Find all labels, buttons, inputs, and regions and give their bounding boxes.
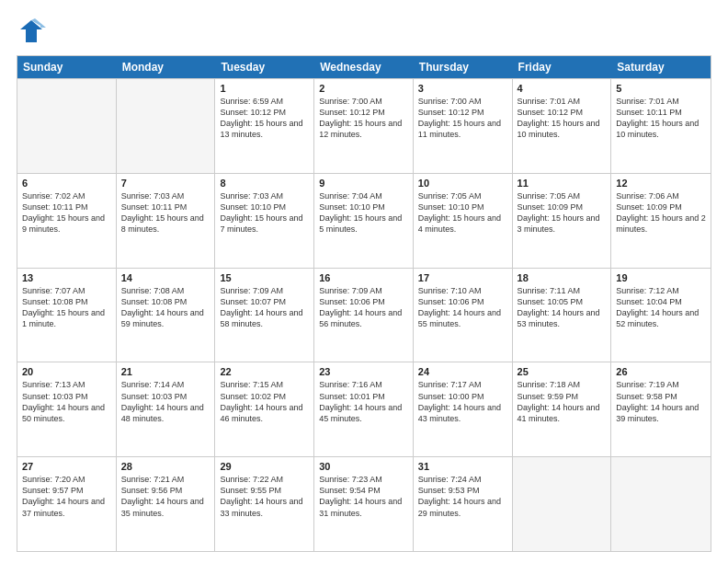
cal-cell: 18Sunrise: 7:11 AM Sunset: 10:05 PM Dayl…	[513, 269, 612, 362]
week-row-2: 13Sunrise: 7:07 AM Sunset: 10:08 PM Dayl…	[17, 268, 711, 362]
cell-info: Sunrise: 7:16 AM Sunset: 10:01 PM Daylig…	[319, 379, 408, 424]
week-row-3: 20Sunrise: 7:13 AM Sunset: 10:03 PM Dayl…	[17, 362, 711, 456]
day-number: 7	[121, 178, 210, 189]
cal-cell: 25Sunrise: 7:18 AM Sunset: 9:59 PM Dayli…	[513, 362, 612, 456]
cell-info: Sunrise: 7:23 AM Sunset: 9:54 PM Dayligh…	[319, 474, 408, 519]
cal-cell: 2Sunrise: 7:00 AM Sunset: 10:12 PM Dayli…	[314, 79, 414, 173]
day-number: 5	[616, 83, 706, 94]
day-number: 27	[22, 461, 111, 472]
day-number: 14	[121, 272, 210, 283]
day-number: 12	[616, 178, 706, 189]
cal-cell: 31Sunrise: 7:24 AM Sunset: 9:53 PM Dayli…	[414, 457, 513, 551]
cell-info: Sunrise: 7:11 AM Sunset: 10:05 PM Daylig…	[518, 285, 607, 330]
cell-info: Sunrise: 7:03 AM Sunset: 10:11 PM Daylig…	[121, 190, 210, 236]
cal-cell: 4Sunrise: 7:01 AM Sunset: 10:12 PM Dayli…	[513, 79, 612, 173]
cal-cell: 5Sunrise: 7:01 AM Sunset: 10:11 PM Dayli…	[611, 79, 711, 173]
cal-cell: 26Sunrise: 7:19 AM Sunset: 9:58 PM Dayli…	[611, 362, 711, 456]
cal-cell: 24Sunrise: 7:17 AM Sunset: 10:00 PM Dayl…	[414, 362, 513, 456]
cal-cell: 13Sunrise: 7:07 AM Sunset: 10:08 PM Dayl…	[17, 269, 117, 362]
cell-info: Sunrise: 7:00 AM Sunset: 10:12 PM Daylig…	[418, 96, 507, 141]
day-number: 10	[418, 178, 507, 189]
cell-info: Sunrise: 7:12 AM Sunset: 10:04 PM Daylig…	[616, 285, 706, 330]
cell-info: Sunrise: 7:05 AM Sunset: 10:09 PM Daylig…	[518, 190, 607, 236]
day-number: 16	[319, 272, 408, 283]
cal-cell: 22Sunrise: 7:15 AM Sunset: 10:02 PM Dayl…	[215, 362, 314, 456]
day-number: 19	[616, 272, 706, 283]
cell-info: Sunrise: 7:24 AM Sunset: 9:53 PM Dayligh…	[418, 474, 507, 519]
header-day-monday: Monday	[117, 56, 216, 78]
cell-info: Sunrise: 7:13 AM Sunset: 10:03 PM Daylig…	[22, 379, 111, 424]
day-number: 31	[418, 461, 507, 472]
cal-cell: 8Sunrise: 7:03 AM Sunset: 10:10 PM Dayli…	[215, 174, 314, 268]
cell-info: Sunrise: 7:03 AM Sunset: 10:10 PM Daylig…	[220, 190, 309, 236]
cal-cell: 16Sunrise: 7:09 AM Sunset: 10:06 PM Dayl…	[314, 269, 414, 362]
cell-info: Sunrise: 7:04 AM Sunset: 10:10 PM Daylig…	[319, 190, 408, 236]
cell-info: Sunrise: 7:14 AM Sunset: 10:03 PM Daylig…	[121, 379, 210, 424]
day-number: 18	[518, 272, 607, 283]
cell-info: Sunrise: 7:17 AM Sunset: 10:00 PM Daylig…	[418, 379, 507, 424]
cell-info: Sunrise: 7:10 AM Sunset: 10:06 PM Daylig…	[418, 285, 507, 330]
day-number: 4	[518, 83, 607, 94]
cal-cell	[17, 79, 117, 173]
cell-info: Sunrise: 7:00 AM Sunset: 10:12 PM Daylig…	[319, 96, 408, 141]
calendar-body: 1Sunrise: 6:59 AM Sunset: 10:12 PM Dayli…	[17, 78, 711, 551]
day-number: 15	[220, 272, 309, 283]
header-day-thursday: Thursday	[414, 56, 513, 78]
week-row-0: 1Sunrise: 6:59 AM Sunset: 10:12 PM Dayli…	[17, 78, 711, 173]
day-number: 1	[220, 83, 309, 94]
day-number: 23	[319, 366, 408, 377]
cell-info: Sunrise: 7:19 AM Sunset: 9:58 PM Dayligh…	[616, 379, 706, 424]
day-number: 17	[418, 272, 507, 283]
day-number: 29	[220, 461, 309, 472]
day-number: 24	[418, 366, 507, 377]
day-number: 13	[22, 272, 111, 283]
cal-cell: 9Sunrise: 7:04 AM Sunset: 10:10 PM Dayli…	[314, 174, 414, 268]
cal-cell: 21Sunrise: 7:14 AM Sunset: 10:03 PM Dayl…	[117, 362, 216, 456]
day-number: 21	[121, 366, 210, 377]
day-number: 25	[518, 366, 607, 377]
day-number: 6	[22, 178, 111, 189]
cal-cell: 28Sunrise: 7:21 AM Sunset: 9:56 PM Dayli…	[117, 457, 216, 551]
cal-cell: 6Sunrise: 7:02 AM Sunset: 10:11 PM Dayli…	[17, 174, 117, 268]
cal-cell: 27Sunrise: 7:20 AM Sunset: 9:57 PM Dayli…	[17, 457, 117, 551]
header-day-wednesday: Wednesday	[314, 56, 414, 78]
cal-cell: 17Sunrise: 7:10 AM Sunset: 10:06 PM Dayl…	[414, 269, 513, 362]
cal-cell: 11Sunrise: 7:05 AM Sunset: 10:09 PM Dayl…	[513, 174, 612, 268]
cell-info: Sunrise: 7:05 AM Sunset: 10:10 PM Daylig…	[418, 190, 507, 236]
cal-cell: 7Sunrise: 7:03 AM Sunset: 10:11 PM Dayli…	[117, 174, 216, 268]
cal-cell: 20Sunrise: 7:13 AM Sunset: 10:03 PM Dayl…	[17, 362, 117, 456]
cell-info: Sunrise: 7:22 AM Sunset: 9:55 PM Dayligh…	[220, 474, 309, 519]
cell-info: Sunrise: 7:20 AM Sunset: 9:57 PM Dayligh…	[22, 474, 111, 519]
cal-cell: 12Sunrise: 7:06 AM Sunset: 10:09 PM Dayl…	[611, 174, 711, 268]
day-number: 9	[319, 178, 408, 189]
day-number: 28	[121, 461, 210, 472]
cell-info: Sunrise: 7:08 AM Sunset: 10:08 PM Daylig…	[121, 285, 210, 330]
header-day-saturday: Saturday	[611, 56, 711, 78]
cell-info: Sunrise: 7:07 AM Sunset: 10:08 PM Daylig…	[22, 285, 111, 330]
cell-info: Sunrise: 7:01 AM Sunset: 10:11 PM Daylig…	[616, 96, 706, 141]
cal-cell: 19Sunrise: 7:12 AM Sunset: 10:04 PM Dayl…	[611, 269, 711, 362]
cal-cell: 1Sunrise: 6:59 AM Sunset: 10:12 PM Dayli…	[215, 79, 314, 173]
cell-info: Sunrise: 7:09 AM Sunset: 10:07 PM Daylig…	[220, 285, 309, 330]
cell-info: Sunrise: 6:59 AM Sunset: 10:12 PM Daylig…	[220, 96, 309, 141]
cal-cell: 29Sunrise: 7:22 AM Sunset: 9:55 PM Dayli…	[215, 457, 314, 551]
header-day-friday: Friday	[513, 56, 612, 78]
day-number: 30	[319, 461, 408, 472]
cal-cell: 15Sunrise: 7:09 AM Sunset: 10:07 PM Dayl…	[215, 269, 314, 362]
cell-info: Sunrise: 7:18 AM Sunset: 9:59 PM Dayligh…	[518, 379, 607, 424]
cal-cell: 23Sunrise: 7:16 AM Sunset: 10:01 PM Dayl…	[314, 362, 414, 456]
day-number: 11	[518, 178, 607, 189]
week-row-4: 27Sunrise: 7:20 AM Sunset: 9:57 PM Dayli…	[17, 456, 711, 551]
day-number: 8	[220, 178, 309, 189]
day-number: 22	[220, 366, 309, 377]
cell-info: Sunrise: 7:02 AM Sunset: 10:11 PM Daylig…	[22, 190, 111, 236]
header	[17, 17, 711, 46]
cal-cell: 14Sunrise: 7:08 AM Sunset: 10:08 PM Dayl…	[117, 269, 216, 362]
header-day-tuesday: Tuesday	[215, 56, 314, 78]
week-row-1: 6Sunrise: 7:02 AM Sunset: 10:11 PM Dayli…	[17, 173, 711, 268]
day-number: 26	[616, 366, 706, 377]
cal-cell: 30Sunrise: 7:23 AM Sunset: 9:54 PM Dayli…	[314, 457, 414, 551]
cell-info: Sunrise: 7:01 AM Sunset: 10:12 PM Daylig…	[518, 96, 607, 141]
logo-icon	[17, 17, 46, 46]
calendar: SundayMondayTuesdayWednesdayThursdayFrid…	[17, 55, 711, 552]
